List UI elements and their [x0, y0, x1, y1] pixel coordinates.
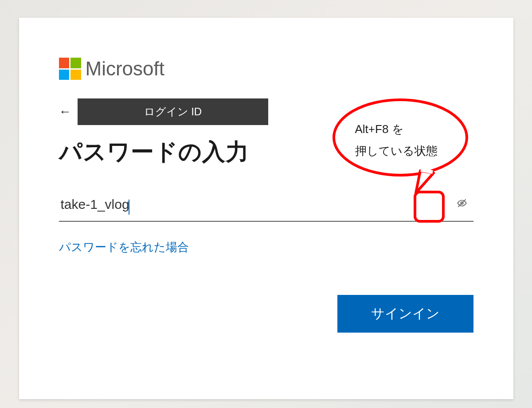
microsoft-logo-icon	[59, 58, 81, 80]
login-id-chip[interactable]: ログイン ID	[78, 98, 269, 125]
brand-name: Microsoft	[86, 58, 164, 80]
login-card: Microsoft ← ログイン ID パスワードの入力 take-1_vlog…	[19, 18, 513, 399]
password-visibility-toggle[interactable]	[453, 194, 471, 212]
text-cursor	[129, 200, 129, 215]
page-title: パスワードの入力	[59, 137, 473, 168]
identity-row: ← ログイン ID	[59, 98, 473, 125]
password-row: take-1_vlog	[59, 194, 473, 222]
signin-button[interactable]: サインイン	[337, 295, 473, 333]
back-arrow-icon[interactable]: ←	[59, 106, 71, 118]
forgot-password-link[interactable]: パスワードを忘れた場合	[59, 239, 189, 255]
brand-row: Microsoft	[59, 58, 473, 80]
eye-off-icon	[456, 197, 468, 209]
action-row: サインイン	[59, 295, 473, 333]
password-value: take-1_vlog	[61, 197, 129, 212]
